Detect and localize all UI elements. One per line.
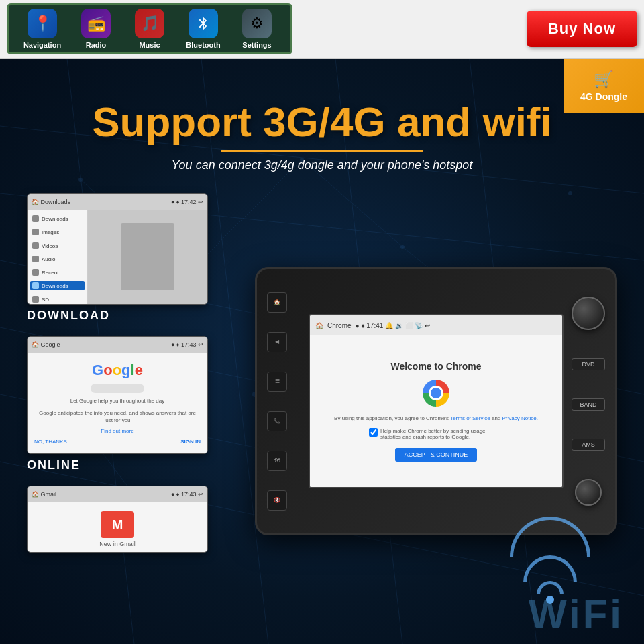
download-body: Downloads Images Videos Audio — [28, 210, 207, 304]
bluetooth-label: Bluetooth — [186, 41, 220, 49]
radio-label: Radio — [86, 41, 107, 49]
car-phone-btn[interactable]: 📞 — [267, 411, 287, 431]
chrome-welcome: Welcome to Chrome — [390, 361, 481, 372]
app-navigation[interactable]: 📍 Navigation — [15, 9, 69, 49]
online-screenshot: 🏠 Google ● ♦ 17:43 ↩ Google Let Google h… — [27, 336, 208, 454]
app-bluetooth[interactable]: Bluetooth — [176, 9, 230, 49]
google-body: Google Let Google help you throughout th… — [28, 353, 207, 453]
app-music[interactable]: 🎵 Music — [123, 9, 176, 49]
car-unit-body: 🏠 ◀ ☰ 📞 🗺 🔇 🏠 Chrome ● ♦ 17:41 🔔 🔉 ⬜ 📡 ↩… — [255, 267, 617, 535]
app-settings[interactable]: ⚙ Settings — [230, 9, 284, 49]
car-screen: 🏠 Chrome ● ♦ 17:41 🔔 🔉 ⬜ 📡 ↩ Welcome to … — [309, 314, 564, 488]
gmail-title-right: ● ♦ 17:43 ↩ — [171, 491, 203, 498]
videos-icon — [32, 242, 39, 249]
google-no-thanks-btn[interactable]: NO, THANKS — [34, 439, 67, 445]
screen-status: ● ♦ 17:41 🔔 🔉 ⬜ 📡 ↩ — [356, 322, 431, 329]
google-anticipate-text: Google anticipates the info you need, an… — [34, 409, 201, 424]
navigation-icon: 📍 — [28, 9, 57, 38]
main-section: 🛒 4G Dongle Support 3G/4G and wifi You c… — [0, 59, 644, 644]
gmail-m-icon: M — [112, 517, 123, 533]
sidebar-recent[interactable]: Recent — [30, 268, 85, 277]
online-label: ONLINE — [27, 458, 208, 472]
hero-section: Support 3G/4G and wifi You can connect 3… — [0, 99, 644, 172]
sidebar-videos[interactable]: Videos — [30, 241, 85, 250]
car-back-btn[interactable]: ◀ — [267, 332, 287, 352]
images-icon — [32, 229, 39, 235]
screen-content: Welcome to Chrome By using this applicat… — [310, 335, 562, 487]
sidebar-audio[interactable]: Audio — [30, 254, 85, 264]
google-title-right: ● ♦ 17:43 ↩ — [171, 341, 203, 348]
download-title-text: 🏠 Downloads — [32, 199, 70, 205]
wifi-arc-outer — [510, 517, 590, 557]
audio-icon — [32, 256, 39, 262]
google-search-bar[interactable] — [91, 384, 144, 393]
dvd-button[interactable]: DVD — [572, 358, 605, 370]
screen-title: Chrome — [327, 322, 352, 329]
sidebar-images[interactable]: Images — [30, 227, 85, 237]
car-unit: 🏠 ◀ ☰ 📞 🗺 🔇 🏠 Chrome ● ♦ 17:41 🔔 🔉 ⬜ 📡 ↩… — [255, 267, 617, 535]
download-icon — [32, 282, 39, 289]
google-logo: Google — [92, 362, 143, 379]
gmail-new-text: New in Gmail — [99, 541, 136, 547]
chrome-checkbox-row: Help make Chrome better by sending usage… — [369, 428, 503, 440]
car-tune-knob[interactable] — [575, 479, 602, 506]
gmail-title-text: 🏠 Gmail — [32, 491, 56, 498]
google-help-text: Let Google help you throughout the day — [70, 397, 165, 405]
online-panel-container: 🏠 Google ● ♦ 17:43 ↩ Google Let Google h… — [27, 336, 208, 472]
screen-header-text: 🏠 — [315, 322, 323, 329]
screen-header: 🏠 Chrome ● ♦ 17:41 🔔 🔉 ⬜ 📡 ↩ — [310, 315, 562, 335]
download-screenshot: 🏠 Downloads ● ♦ 17:42 ↩ Downloads Images — [27, 193, 208, 305]
sidebar-sd[interactable]: SD — [30, 294, 85, 304]
ams-button[interactable]: AMS — [572, 439, 605, 451]
download-titlebar: 🏠 Downloads ● ♦ 17:42 ↩ — [28, 194, 207, 210]
music-icon: 🎵 — [135, 9, 164, 38]
google-find-out-link[interactable]: Find out more — [101, 428, 133, 434]
gmail-panel-container: 🏠 Gmail ● ♦ 17:43 ↩ M New in Gmail — [27, 486, 208, 553]
car-mute-btn[interactable]: 🔇 — [267, 490, 287, 511]
wifi-watermark-text: WiFi — [529, 591, 624, 637]
settings-icon: ⚙ — [242, 9, 272, 38]
wifi-arc-middle — [523, 555, 577, 582]
sidebar-downloads-active[interactable]: Downloads — [30, 281, 85, 290]
folder-icon — [32, 215, 39, 222]
app-radio[interactable]: 📻 Radio — [69, 9, 123, 49]
download-main-content — [88, 210, 207, 304]
google-title-text: 🏠 Google — [32, 341, 60, 348]
google-sign-in-btn[interactable]: SIGN IN — [180, 439, 201, 445]
gmail-logo: M — [101, 511, 134, 538]
chrome-body-text: By using this application, you agree to … — [334, 415, 538, 422]
car-menu-btn[interactable]: ☰ — [267, 372, 287, 392]
gmail-content: M New in Gmail — [99, 511, 136, 547]
download-label: DOWNLOAD — [27, 309, 208, 323]
car-navi-btn[interactable]: 🗺 — [267, 451, 287, 471]
chrome-checkbox[interactable] — [369, 428, 378, 437]
car-left-panel: 🏠 ◀ ☰ 📞 🗺 🔇 — [264, 282, 290, 520]
download-panel-container: 🏠 Downloads ● ♦ 17:42 ↩ Downloads Images — [27, 193, 208, 323]
chrome-logo — [423, 380, 449, 407]
car-volume-knob[interactable] — [572, 297, 605, 330]
bluetooth-icon — [189, 9, 218, 38]
chrome-accept-button[interactable]: ACCEPT & CONTINUE — [395, 448, 477, 462]
radio-icon: 📻 — [81, 9, 111, 38]
download-sidebar: Downloads Images Videos Audio — [28, 210, 88, 304]
gmail-screenshot: 🏠 Gmail ● ♦ 17:43 ↩ M New in Gmail — [27, 486, 208, 553]
left-panels: 🏠 Downloads ● ♦ 17:42 ↩ Downloads Images — [27, 193, 208, 553]
settings-label: Settings — [242, 41, 271, 49]
download-title-right: ● ♦ 17:42 ↩ — [171, 199, 203, 205]
hero-divider — [221, 150, 423, 152]
car-home-btn[interactable]: 🏠 — [267, 292, 287, 313]
file-preview — [121, 223, 174, 290]
svg-line-22 — [302, 160, 402, 247]
car-right-panel: DVD BAND AMS — [568, 282, 608, 520]
buy-now-button[interactable]: Buy Now — [527, 11, 637, 47]
sidebar-downloads-header: Downloads — [30, 214, 85, 223]
recent-icon — [32, 269, 39, 276]
band-button[interactable]: BAND — [572, 398, 605, 411]
chrome-checkbox-label: Help make Chrome better by sending usage… — [380, 428, 503, 440]
navigation-label: Navigation — [23, 41, 61, 49]
sd-icon — [32, 296, 39, 303]
google-titlebar: 🏠 Google ● ♦ 17:43 ↩ — [28, 337, 207, 353]
hero-subtitle: You can connect 3g/4g dongle and your ph… — [0, 158, 644, 172]
gmail-body: M New in Gmail — [28, 502, 207, 553]
svg-point-16 — [568, 191, 572, 195]
